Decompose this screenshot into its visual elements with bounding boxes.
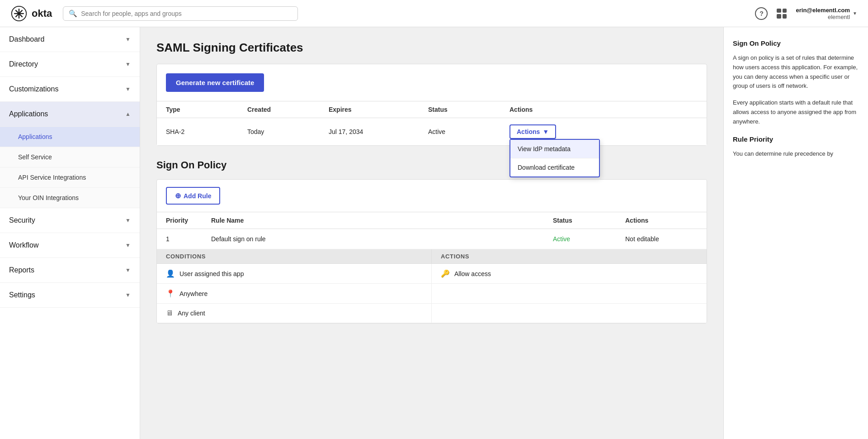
generate-certificate-button[interactable]: Generate new certificate (166, 73, 264, 92)
actions-dropdown-menu: View IdP metadata Download certificate (509, 139, 600, 177)
right-panel-text-1: A sign on policy is a set of rules that … (733, 53, 859, 91)
page-title: SAML Signing Certificates (156, 41, 707, 55)
sidebar-subitem-api-service[interactable]: API Service Integrations (0, 167, 140, 188)
pol-col-priority: Priority (166, 217, 211, 224)
conditions-actions-bar: CONDITIONS ACTIONS (157, 249, 707, 264)
help-icon[interactable]: ? (755, 7, 768, 20)
condition-client: 🖥 Any client (157, 304, 432, 323)
sidebar-item-security[interactable]: Security ▼ (0, 208, 140, 233)
applications-submenu: Applications Self Service API Service In… (0, 127, 140, 208)
user-menu[interactable]: erin@elementl.com elementl ▼ (796, 7, 857, 20)
detail-row-anywhere: 📍 Anywhere (157, 284, 707, 304)
saml-certificates-card: Generate new certificate Type Created Ex… (156, 64, 707, 146)
topnav: okta 🔍 ? erin@elementl.com elementl ▼ (0, 0, 868, 27)
search-icon: 🔍 (69, 10, 77, 18)
sidebar-item-reports[interactable]: Reports ▼ (0, 258, 140, 283)
right-panel-text-3: You can determine rule precedence by (733, 149, 859, 159)
action-empty-2 (432, 304, 707, 323)
sign-on-policy-title: Sign On Policy (156, 159, 707, 171)
chevron-down-icon: ▼ (125, 267, 131, 273)
condition-user: 👤 User assigned this app (157, 264, 432, 283)
action-allow: 🔑 Allow access (432, 264, 707, 283)
logo-text: okta (32, 8, 52, 19)
detail-row-client: 🖥 Any client (157, 304, 707, 323)
action-empty-1 (432, 284, 707, 303)
sidebar-subitem-self-service[interactable]: Self Service (0, 147, 140, 167)
actions-label: ACTIONS (432, 249, 707, 263)
search-bar[interactable]: 🔍 (63, 6, 298, 21)
cert-table-header: Type Created Expires Status Actions (157, 101, 707, 118)
dropdown-item-download-cert[interactable]: Download certificate (510, 158, 599, 177)
sidebar-item-workflow[interactable]: Workflow ▼ (0, 233, 140, 258)
sidebar-label-applications: Applications (9, 110, 48, 118)
right-panel-text-2: Every application starts with a default … (733, 98, 859, 126)
rule-status: Active (553, 235, 625, 243)
col-status: Status (428, 106, 509, 113)
monitor-icon: 🖥 (166, 309, 173, 317)
search-input[interactable] (81, 10, 292, 17)
topnav-right: ? erin@elementl.com elementl ▼ (755, 7, 857, 20)
col-created: Created (247, 106, 329, 113)
chevron-down-icon: ▼ (125, 217, 131, 224)
location-icon: 📍 (166, 289, 175, 298)
col-type: Type (166, 106, 247, 113)
detail-row-user: 👤 User assigned this app 🔑 Allow access (157, 264, 707, 284)
sidebar-label-security: Security (9, 216, 35, 224)
condition-anywhere: 📍 Anywhere (157, 284, 432, 303)
actions-button[interactable]: Actions ▼ (509, 124, 556, 139)
table-row: 1 Default sign on rule Active Not editab… (157, 229, 707, 249)
sidebar-label-reports: Reports (9, 266, 34, 274)
condition-user-text: User assigned this app (179, 270, 244, 277)
sidebar-item-customizations[interactable]: Customizations ▼ (0, 77, 140, 102)
user-org: elementl (796, 14, 850, 20)
cert-expires: Jul 17, 2034 (329, 128, 428, 135)
user-icon: 👤 (166, 269, 175, 278)
cert-status: Active (428, 128, 509, 135)
actions-label: Actions (517, 128, 540, 135)
condition-client-text: Any client (178, 310, 205, 317)
sidebar: Dashboard ▼ Directory ▼ Customizations ▼… (0, 27, 140, 439)
logo-area: okta (11, 5, 52, 22)
dropdown-item-view-idp[interactable]: View IdP metadata (510, 140, 599, 158)
sidebar-item-settings[interactable]: Settings ▼ (0, 283, 140, 308)
condition-anywhere-text: Anywhere (179, 290, 208, 297)
conditions-label: CONDITIONS (157, 249, 432, 263)
sidebar-label-directory: Directory (9, 60, 38, 68)
user-menu-chevron: ▼ (853, 11, 857, 16)
sidebar-subitem-oin-integrations[interactable]: Your OIN Integrations (0, 188, 140, 208)
main-content: SAML Signing Certificates Generate new c… (140, 27, 723, 439)
right-panel-title-1: Sign On Policy (733, 38, 859, 49)
policy-table-header: Priority Rule Name Status Actions (157, 212, 707, 229)
apps-grid-icon[interactable] (777, 9, 787, 19)
sidebar-item-applications[interactable]: Applications ▲ (0, 102, 140, 127)
add-rule-button[interactable]: ⊕ Add Rule (166, 187, 220, 205)
sidebar-label-settings: Settings (9, 291, 35, 299)
key-icon: 🔑 (441, 269, 450, 278)
rule-actions: Not editable (625, 235, 698, 243)
pol-col-rule-name: Rule Name (211, 217, 553, 224)
user-email: erin@elementl.com (796, 7, 850, 14)
chevron-down-icon: ▼ (125, 86, 131, 92)
layout: Dashboard ▼ Directory ▼ Customizations ▼… (0, 27, 868, 439)
sidebar-item-directory[interactable]: Directory ▼ (0, 52, 140, 77)
table-row: SHA-2 Today Jul 17, 2034 Active Actions … (157, 118, 707, 145)
cert-type: SHA-2 (166, 128, 247, 135)
chevron-up-icon: ▲ (125, 111, 131, 117)
col-actions: Actions (509, 106, 698, 113)
chevron-down-icon: ▼ (125, 292, 131, 298)
sidebar-label-customizations: Customizations (9, 85, 58, 93)
rule-priority: 1 (166, 235, 211, 243)
chevron-down-icon: ▼ (125, 61, 131, 67)
chevron-down-icon: ▼ (125, 36, 131, 43)
cert-created: Today (247, 128, 329, 135)
plus-icon: ⊕ (175, 191, 181, 200)
sidebar-label-workflow: Workflow (9, 241, 39, 249)
actions-chevron: ▼ (542, 128, 549, 135)
col-expires: Expires (329, 106, 428, 113)
card-inner: Generate new certificate (157, 64, 707, 101)
action-allow-text: Allow access (454, 270, 491, 277)
sidebar-subitem-applications[interactable]: Applications (0, 127, 140, 147)
policy-card-inner: ⊕ Add Rule (157, 180, 707, 212)
sidebar-item-dashboard[interactable]: Dashboard ▼ (0, 27, 140, 52)
okta-logo-icon (11, 5, 27, 22)
